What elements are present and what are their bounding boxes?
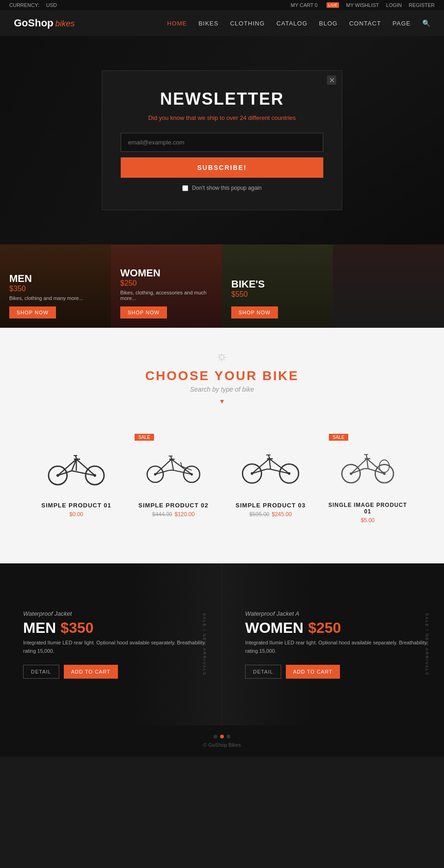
nav-home[interactable]: HOME xyxy=(167,20,187,27)
women-jacket-title: WOMEN $250 xyxy=(245,619,430,637)
category-extra xyxy=(333,244,444,328)
products-grid: SIMPLE PRODUCT 01 $0.00 SALE xyxy=(14,419,430,540)
category-panels: MEN $350 Bikes, clothing and many more..… xyxy=(0,244,444,328)
women-jacket-tag: Waterproof Jacket A xyxy=(245,610,430,617)
dont-show-label: Don't show this popup again xyxy=(192,185,261,191)
title-highlight: BIKE xyxy=(262,368,299,383)
category-men: MEN $350 Bikes, clothing and many more..… xyxy=(0,244,111,328)
product-name-2: SIMPLE PRODUCT 02 xyxy=(132,502,215,509)
women-add-to-cart-button[interactable]: ADD TO CART xyxy=(286,665,340,679)
currency-value: USD xyxy=(46,2,57,8)
women-jacket-desc: Integrated Ilumie LED rear light. Option… xyxy=(245,639,430,655)
product-price-4: $5.00 xyxy=(327,517,409,524)
top-bar: CURRENCY: USD MY CART 0 LIVE MY WISHLIST… xyxy=(0,0,444,10)
dont-show-checkbox[interactable] xyxy=(182,185,188,191)
search-icon[interactable]: 🔍 xyxy=(422,19,430,27)
section-subtitle: Search by type of bike xyxy=(14,386,430,393)
men-add-to-cart-button[interactable]: ADD TO CART xyxy=(64,665,118,679)
men-jacket-price: $350 xyxy=(61,619,93,637)
logo-main: GoShop xyxy=(14,17,54,29)
subscribe-button[interactable]: SUBSCRIBE! xyxy=(121,157,323,178)
men-desc: Bikes, clothing and many more... xyxy=(9,295,102,301)
live-badge: LIVE xyxy=(327,2,339,8)
product-price-3: $595.00$245.00 xyxy=(229,511,312,518)
svg-point-54 xyxy=(379,460,389,473)
down-arrow-icon: ▾ xyxy=(14,397,430,406)
newsletter-modal: ✕ NEWSLETTER Did you know that we ship t… xyxy=(102,70,342,210)
logo-sub: bikes xyxy=(56,19,75,29)
men-jacket-title: MEN $350 xyxy=(23,619,208,637)
bikes-shop-now-button[interactable]: SHOP NOW xyxy=(231,306,278,318)
women-jacket-price: $250 xyxy=(308,619,341,637)
main-nav: HOME BIKES CLOTHING CATALOG BLOG CONTACT… xyxy=(167,19,430,27)
women-label: WOMEN xyxy=(120,267,213,279)
footer-dot-1 xyxy=(214,735,217,738)
women-price: $250 xyxy=(120,279,213,287)
product-name-4: SINGLE IMAGE PRODUCT 01 xyxy=(327,502,409,515)
footer: © GoShop Bikes xyxy=(0,725,444,757)
featured-section: Waterproof Jacket MEN $350 Integrated Il… xyxy=(0,563,444,725)
modal-overlay: ✕ NEWSLETTER Did you know that we ship t… xyxy=(0,36,444,244)
close-icon[interactable]: ✕ xyxy=(327,75,336,85)
women-jacket-actions: DETAIL ADD TO CART xyxy=(245,665,430,679)
currency-label: CURRENCY: xyxy=(9,2,39,8)
featured-women-panel: Waterproof Jacket A WOMEN $250 Integrate… xyxy=(222,563,444,725)
top-bar-right: MY CART 0 LIVE MY WISHLIST LOGIN REGISTE… xyxy=(291,2,435,8)
svg-line-45 xyxy=(351,459,367,474)
women-shop-now-button[interactable]: SHOP NOW xyxy=(120,306,167,318)
men-vertical-label: Sale / New arrivals xyxy=(202,613,206,675)
product-image-4 xyxy=(327,436,409,496)
product-name-1: SIMPLE PRODUCT 01 xyxy=(35,502,117,509)
men-jacket-tag: Waterproof Jacket xyxy=(23,610,208,617)
bike-icon: ⛭ xyxy=(14,351,430,364)
category-bikes: BIKE'S $550 SHOP NOW xyxy=(222,244,333,328)
choose-bike-section: ⛭ CHOOSE YOUR BIKE Search by type of bik… xyxy=(0,328,444,563)
bikes-price: $550 xyxy=(231,290,324,299)
register-link[interactable]: REGISTER xyxy=(409,2,435,8)
product-image-2 xyxy=(132,436,215,496)
product-card-3: SIMPLE PRODUCT 03 $595.00$245.00 xyxy=(222,429,319,531)
footer-dot-2 xyxy=(220,735,224,738)
bikes-label: BIKE'S xyxy=(231,278,324,290)
product-card-2: SALE xyxy=(125,429,222,531)
nav-catalog[interactable]: CATALOG xyxy=(277,20,308,27)
category-women: WOMEN $250 Bikes, clothing, accessories … xyxy=(111,244,222,328)
nav-blog[interactable]: BLOG xyxy=(319,20,338,27)
top-bar-left: CURRENCY: USD xyxy=(9,2,57,8)
nav-clothing[interactable]: CLOTHING xyxy=(230,20,265,27)
sale-badge-4: SALE xyxy=(329,434,348,441)
svg-line-34 xyxy=(269,459,271,469)
nav-bikes[interactable]: BIKES xyxy=(198,20,218,27)
dont-show-checkbox-row: Don't show this popup again xyxy=(121,185,323,191)
sale-badge-2: SALE xyxy=(135,434,154,441)
nav-contact[interactable]: CONTACT xyxy=(349,20,381,27)
svg-line-27 xyxy=(181,462,182,466)
logo[interactable]: GoShop bikes xyxy=(14,17,75,29)
product-image-1 xyxy=(35,436,117,496)
section-title: CHOOSE YOUR BIKE xyxy=(14,368,430,383)
women-desc: Bikes, clothing, accessories and much mo… xyxy=(120,290,213,301)
title-regular: CHOOSE YOUR xyxy=(145,368,258,383)
men-jacket-actions: DETAIL ADD TO CART xyxy=(23,665,208,679)
login-link[interactable]: LOGIN xyxy=(386,2,402,8)
men-shop-now-button[interactable]: SHOP NOW xyxy=(9,306,56,318)
men-detail-button[interactable]: DETAIL xyxy=(23,665,59,679)
men-label: MEN xyxy=(9,273,102,285)
women-vertical-label: Sale / New arrivals xyxy=(424,613,429,675)
my-cart-link[interactable]: MY CART 0 xyxy=(291,2,318,8)
email-input[interactable] xyxy=(121,133,323,152)
footer-copyright: © GoShop Bikes xyxy=(203,742,240,748)
modal-subtitle: Did you know that we ship to over 24 dif… xyxy=(121,114,323,121)
modal-title: NEWSLETTER xyxy=(121,89,323,109)
nav-page[interactable]: PAGE xyxy=(393,20,411,27)
product-card-1: SIMPLE PRODUCT 01 $0.00 xyxy=(28,429,125,531)
hero-section: ✕ NEWSLETTER Did you know that we ship t… xyxy=(0,36,444,244)
men-price: $350 xyxy=(9,285,102,293)
header: GoShop bikes HOME BIKES CLOTHING CATALOG… xyxy=(0,10,444,36)
product-name-3: SIMPLE PRODUCT 03 xyxy=(229,502,312,509)
product-card-4: SALE SIN xyxy=(319,429,416,531)
modal-highlight: 24 different countries xyxy=(240,114,296,121)
footer-dot-3 xyxy=(227,735,230,738)
my-wishlist-link[interactable]: MY WISHLIST xyxy=(346,2,379,8)
women-detail-button[interactable]: DETAIL xyxy=(245,665,281,679)
